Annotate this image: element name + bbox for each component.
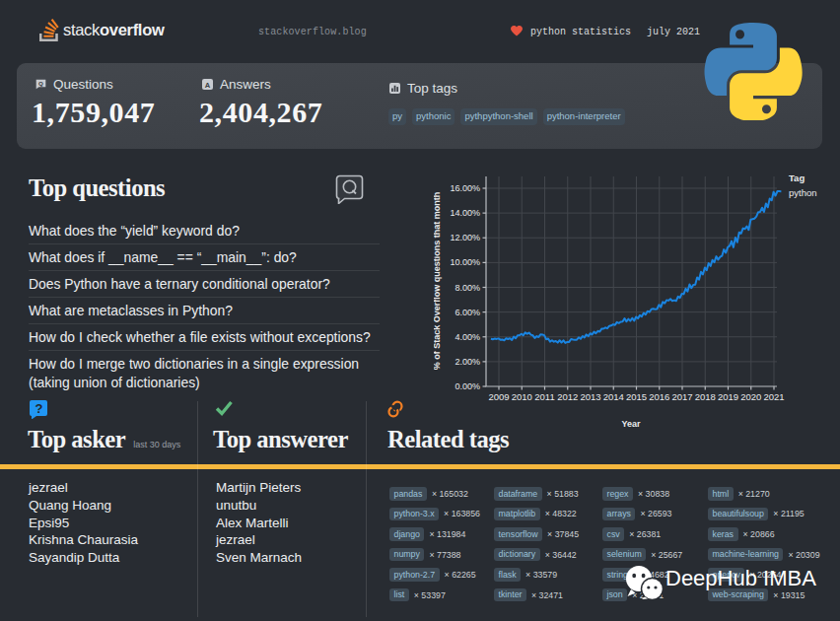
- svg-text:8.00%: 8.00%: [455, 283, 480, 293]
- svg-text:python: python: [789, 187, 817, 198]
- svg-text:2013: 2013: [580, 391, 600, 402]
- svg-text:% of Stack Overflow questions: % of Stack Overflow questions that month: [434, 192, 442, 371]
- svg-text:Q: Q: [38, 80, 43, 87]
- svg-text:14.00%: 14.00%: [450, 208, 480, 218]
- svg-text:4.00%: 4.00%: [455, 332, 480, 342]
- svg-text:2010: 2010: [512, 391, 532, 402]
- svg-text:2.00%: 2.00%: [455, 357, 480, 367]
- svg-text:0.00%: 0.00%: [455, 381, 480, 391]
- svg-text:10.00%: 10.00%: [450, 257, 480, 267]
- svg-text:12.00%: 12.00%: [450, 233, 480, 242]
- svg-text:2017: 2017: [671, 391, 692, 402]
- svg-text:2015: 2015: [626, 391, 647, 402]
- svg-text:16.00%: 16.00%: [450, 183, 480, 193]
- svg-text:6.00%: 6.00%: [455, 308, 480, 317]
- svg-text:Tag: Tag: [789, 172, 805, 183]
- svg-text:2016: 2016: [649, 391, 669, 402]
- svg-text:2021: 2021: [763, 391, 784, 402]
- svg-text:2018: 2018: [695, 391, 716, 402]
- svg-text:2014: 2014: [603, 391, 624, 402]
- svg-text:A: A: [205, 81, 211, 90]
- svg-text:2020: 2020: [740, 391, 761, 402]
- svg-text:2011: 2011: [534, 391, 554, 402]
- svg-text:2012: 2012: [557, 391, 578, 402]
- svg-text:2019: 2019: [718, 391, 738, 402]
- svg-text:Year: Year: [621, 419, 641, 429]
- svg-text:?: ?: [35, 401, 43, 416]
- svg-text:2009: 2009: [488, 391, 509, 402]
